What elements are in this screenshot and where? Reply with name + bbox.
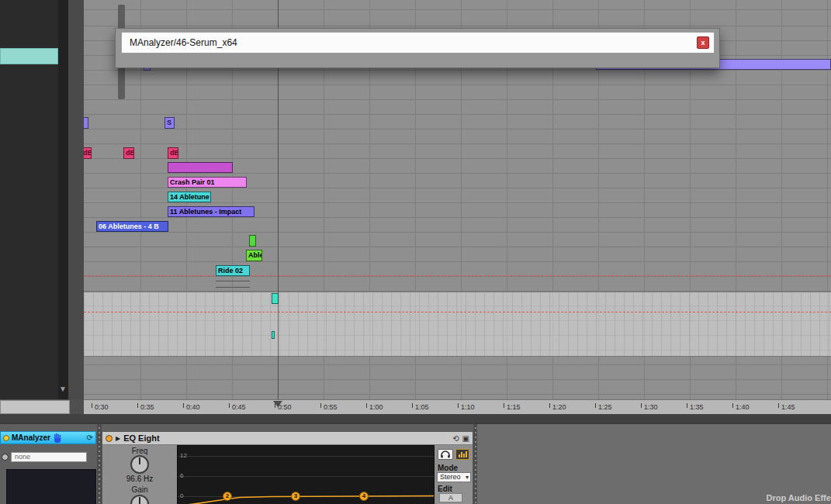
freq-value[interactable]: 96.6 Hz xyxy=(102,475,177,483)
manalyzer-titlebar[interactable]: MAnalyzer ⟳ xyxy=(0,431,96,444)
eq-curve xyxy=(178,446,435,504)
time-label: 0:40 xyxy=(186,403,200,411)
close-icon[interactable]: x xyxy=(697,36,709,49)
eq-eight-titlebar[interactable]: ▶ EQ Eight ⟲ ▣ xyxy=(102,432,473,445)
edit-label: Edit xyxy=(438,485,452,493)
clip-12[interactable] xyxy=(249,235,256,247)
time-label: 1:10 xyxy=(461,403,475,411)
audition-button[interactable] xyxy=(438,449,453,460)
horizontal-scroll-corner[interactable] xyxy=(0,400,70,414)
eq-parameter-column: Freq 96.6 Hz Gain xyxy=(102,445,177,504)
device-eq-eight[interactable]: ▶ EQ Eight ⟲ ▣ Freq 96.6 Hz Gain xyxy=(102,431,473,504)
routing-dropdown[interactable]: none xyxy=(11,452,87,462)
scroll-down-arrow-icon[interactable]: ▼ xyxy=(59,385,67,393)
eq-filter-node-2[interactable]: 2 xyxy=(223,492,232,501)
eq-eight-title: EQ Eight xyxy=(123,433,159,443)
mode-dropdown[interactable]: Stereo xyxy=(437,472,471,482)
hot-swap-icon[interactable]: ⟳ xyxy=(87,433,93,442)
time-label: 1:15 xyxy=(507,403,521,411)
automation-line-red xyxy=(84,275,831,276)
time-label: 0:50 xyxy=(278,403,292,411)
manalyzer-plugin-panel[interactable] xyxy=(6,469,96,504)
save-preset-icon[interactable]: ▣ xyxy=(462,434,469,443)
db-axis-label: 6 xyxy=(180,472,183,479)
clip-crash-pair-01[interactable]: Crash Pair 01 xyxy=(168,177,247,188)
hand-icon xyxy=(53,433,62,443)
clip-ride-02[interactable]: Ride 02 xyxy=(216,265,250,276)
time-label: 1:05 xyxy=(415,403,429,411)
spectrum-toggle-button[interactable] xyxy=(455,449,469,460)
freq-label: Freq xyxy=(102,447,177,455)
clip-7[interactable] xyxy=(168,162,233,173)
clip-11-abletunes-impact[interactable]: 11 Abletunes - Impact xyxy=(168,206,254,217)
selected-track-lane[interactable] xyxy=(84,292,831,357)
time-label: 0:45 xyxy=(232,403,246,411)
gain-knob[interactable] xyxy=(130,495,149,504)
clip-able[interactable]: Able xyxy=(246,250,262,261)
time-label: 1:30 xyxy=(644,403,658,411)
eq-right-column: Mode Stereo Edit A xyxy=(435,445,473,504)
device-activator-led[interactable] xyxy=(3,435,9,441)
browser-sidebar[interactable]: ▼ xyxy=(0,0,68,399)
time-label: 1:40 xyxy=(736,403,750,411)
eq-graph[interactable]: 1260234 xyxy=(177,445,435,504)
device-activator-led[interactable] xyxy=(106,435,113,442)
clip-06-abletunes-4-b[interactable]: 06 Abletunes - 4 B xyxy=(96,221,168,232)
automation-line-red xyxy=(84,312,831,312)
fade-line xyxy=(216,287,250,288)
clip-16[interactable] xyxy=(272,331,275,339)
sidechain-toggle-icon[interactable] xyxy=(2,454,9,461)
ruler-bottom-strip xyxy=(0,414,831,423)
db-axis-label: 12 xyxy=(180,452,187,459)
time-label: 1:35 xyxy=(690,403,704,411)
plugin-window-title: MAnalyzer/46-Serum_x64 xyxy=(122,37,697,48)
time-label: 0:35 xyxy=(140,403,154,411)
device-drop-zone[interactable]: Drop Audio Effec xyxy=(477,424,831,504)
eq-filter-node-3[interactable]: 3 xyxy=(291,492,300,501)
time-label: 0:55 xyxy=(324,403,338,411)
mode-label: Mode xyxy=(438,464,458,472)
hot-swap-icon[interactable]: ⟲ xyxy=(452,434,459,443)
ableton-live-window: 1 31-AudioSdBdBdBCrash Pair 0114 Abletun… xyxy=(0,0,831,504)
time-label: 1:20 xyxy=(552,403,566,411)
browser-selected-item[interactable] xyxy=(0,48,58,64)
edit-ab-button[interactable]: A xyxy=(439,493,462,502)
plugin-floating-window[interactable]: MAnalyzer/46-Serum_x64 x xyxy=(115,28,720,68)
fold-triangle-icon[interactable]: ▶ xyxy=(116,435,120,442)
time-label: 0:30 xyxy=(95,403,109,411)
eq-filter-node-4[interactable]: 4 xyxy=(359,492,369,501)
browser-scrollbar-track[interactable] xyxy=(58,0,68,399)
gain-label: Gain xyxy=(102,485,177,494)
clip-db[interactable]: dB xyxy=(123,147,134,159)
time-label: 1:45 xyxy=(781,403,795,411)
headphones-icon xyxy=(441,450,450,458)
time-label: 1:00 xyxy=(369,403,383,411)
device-chain-panel: MAnalyzer ⟳ none ▶ xyxy=(0,423,831,504)
clip-s[interactable]: S xyxy=(164,117,175,129)
clip-14-abletune[interactable]: 14 Abletune xyxy=(168,192,211,202)
clip-db[interactable]: dB xyxy=(168,147,178,159)
plugin-window-titlebar[interactable]: MAnalyzer/46-Serum_x64 x xyxy=(121,32,715,54)
track-header-gap xyxy=(68,0,84,399)
timeline-ruler[interactable]: 0:300:350:400:450:500:551:001:051:101:15… xyxy=(84,399,831,414)
device-manalyzer[interactable]: MAnalyzer ⟳ none xyxy=(0,431,96,504)
db-axis-label: 0 xyxy=(180,492,183,499)
manalyzer-title: MAnalyzer xyxy=(12,433,50,442)
freq-knob[interactable] xyxy=(130,455,149,474)
time-label: 1:25 xyxy=(598,403,612,411)
drop-zone-text: Drop Audio Effec xyxy=(767,493,831,502)
fade-line xyxy=(216,281,250,281)
